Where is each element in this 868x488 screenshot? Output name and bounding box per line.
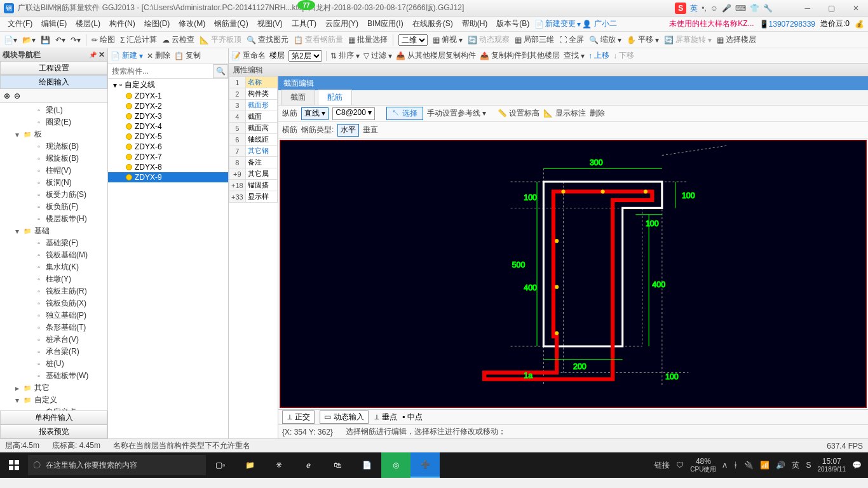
component-tree[interactable]: ▫梁(L)▫圈梁(E)▾📁板▫现浇板(B)▫螺旋板(B)▫柱帽(V)▫板洞(N)… xyxy=(0,103,107,410)
new-file-icon[interactable]: 📄▾ xyxy=(4,36,17,44)
save-icon[interactable]: 💾 xyxy=(41,36,50,44)
tree-item[interactable]: ▫条形基础(T) xyxy=(0,322,107,334)
link-text[interactable]: 链接 xyxy=(654,460,670,471)
list-item[interactable]: ZDYX-9 xyxy=(108,172,228,182)
prop-row[interactable]: 2构件类 xyxy=(229,88,278,100)
tree-item[interactable]: ▫楼层板带(H) xyxy=(0,213,107,225)
new-change-button[interactable]: 📄 新建变更 ▾ xyxy=(534,18,581,29)
collapse-icon[interactable]: ⊖ xyxy=(14,92,20,100)
down-button[interactable]: ↓下移 xyxy=(613,50,634,61)
sogou-icon[interactable]: S xyxy=(675,3,686,14)
tab-rebar[interactable]: 配筋 xyxy=(318,90,352,105)
ime-mic-icon[interactable]: 🎤 xyxy=(722,4,731,13)
close-button[interactable]: ✕ xyxy=(848,3,864,14)
taskbar-search[interactable]: 〇 在这里输入你要搜索的内容 xyxy=(28,455,206,475)
tray-up-icon[interactable]: ʌ xyxy=(722,461,727,470)
tray-ime-icon[interactable]: 英 xyxy=(792,460,799,471)
up-button[interactable]: ↑上移 xyxy=(588,50,609,61)
draw-input-button[interactable]: 绘图输入 xyxy=(0,75,107,89)
tab-section[interactable]: 截面 xyxy=(281,90,315,105)
copy-from-button[interactable]: 📥从其他楼层复制构件 xyxy=(396,50,476,61)
report-preview-button[interactable]: 报表预览 xyxy=(0,424,107,438)
rename-button[interactable]: 📝重命名 xyxy=(231,50,266,61)
tree-item[interactable]: ▫筏板基础(M) xyxy=(0,249,107,261)
list-item[interactable]: ZDYX-3 xyxy=(108,111,228,121)
clock[interactable]: 15:072018/9/11 xyxy=(818,458,846,473)
tree-item[interactable]: ▫桩(U) xyxy=(0,358,107,370)
prop-row[interactable]: 5截面高 xyxy=(229,123,278,134)
ime-lang[interactable]: 英 xyxy=(690,3,698,14)
tray-net-icon[interactable]: 📶 xyxy=(760,461,770,470)
ime-emoji-icon[interactable]: ☺ xyxy=(710,4,718,13)
prop-row[interactable]: 8备注 xyxy=(229,157,278,168)
prop-row[interactable]: +18锚固搭 xyxy=(229,180,278,191)
app-edge-icon[interactable]: ℯ xyxy=(294,452,323,478)
delete-button[interactable]: 删除 xyxy=(590,108,605,119)
prop-row[interactable]: 6轴线距 xyxy=(229,134,278,146)
drawing-canvas[interactable]: 300 100 100 400 500 200 100 400 100 1a xyxy=(280,140,867,408)
horizontal-button[interactable]: 水平 xyxy=(337,124,359,137)
app-store-icon[interactable]: 🛍 xyxy=(323,452,352,478)
tree-item[interactable]: ▾📁板 xyxy=(0,128,107,140)
list-item[interactable]: ZDYX-6 xyxy=(108,142,228,152)
pan-button[interactable]: ✋平移▾ xyxy=(627,34,659,45)
tree-item[interactable]: ▾📁基础 xyxy=(0,225,107,237)
find-button[interactable]: 🔍查找图元 xyxy=(247,34,288,45)
prop-row[interactable]: 3截面形 xyxy=(229,100,278,111)
vertical-button[interactable]: 垂直 xyxy=(363,125,378,135)
vpoint-snap[interactable]: ⊥ 垂点 xyxy=(374,412,397,423)
tree-item[interactable]: ▫筏板主筋(R) xyxy=(0,285,107,297)
expand-icon[interactable]: ⊕ xyxy=(4,92,10,100)
list-item[interactable]: ZDYX-2 xyxy=(108,101,228,111)
list-item[interactable]: ZDYX-5 xyxy=(108,132,228,142)
menu-cloud[interactable]: 云应用(Y) xyxy=(322,17,362,30)
redo-icon[interactable]: ↷▾ xyxy=(71,36,81,44)
topview-button[interactable]: ▦俯视▾ xyxy=(433,34,463,45)
list-item[interactable]: ZDYX-4 xyxy=(108,121,228,132)
menu-rebar[interactable]: 钢筋量(Q) xyxy=(210,17,252,30)
copy-to-button[interactable]: 📤复制构件到其他楼层 xyxy=(480,50,560,61)
menu-bim[interactable]: BIM应用(I) xyxy=(363,17,407,30)
custom-line-tree[interactable]: ▾ ▫ 自定义线 ZDYX-1 ZDYX-2 ZDYX-3 ZDYX-4 ZDY… xyxy=(108,79,228,438)
find2-button[interactable]: 查找▾ xyxy=(564,50,585,61)
maximize-button[interactable]: ▢ xyxy=(823,3,840,14)
menu-component[interactable]: 构件(N) xyxy=(105,17,139,30)
minimize-button[interactable]: ─ xyxy=(799,3,815,14)
menu-view[interactable]: 视图(V) xyxy=(254,17,287,30)
tree-item[interactable]: ▫圈梁(E) xyxy=(0,116,107,128)
zoom-button[interactable]: 🔍缩放▾ xyxy=(589,34,621,45)
menu-draw[interactable]: 绘图(D) xyxy=(140,17,174,30)
steel-button[interactable]: 📋查看钢筋量 xyxy=(294,34,343,45)
fullscreen-button[interactable]: ⛶全屏 xyxy=(559,34,584,45)
tree-item[interactable]: ▫桩承台(V) xyxy=(0,334,107,346)
tree-item[interactable]: ▫板受力筋(S) xyxy=(0,189,107,201)
phone-link[interactable]: 📱13907298339 xyxy=(759,20,815,29)
sort-button[interactable]: ⇅排序▾ xyxy=(330,50,360,61)
open-icon[interactable]: 📂▾ xyxy=(22,36,36,44)
line-select[interactable]: 直线 ▾ xyxy=(301,107,329,120)
start-button[interactable] xyxy=(0,452,28,478)
tray-vol-icon[interactable]: 🔊 xyxy=(776,461,785,470)
beans-icon[interactable]: 💰 xyxy=(855,20,864,29)
app-wps-icon[interactable]: 📄 xyxy=(352,452,381,478)
search-input[interactable] xyxy=(108,64,213,78)
list-item[interactable]: ZDYX-8 xyxy=(108,162,228,172)
tray-power-icon[interactable]: 🔌 xyxy=(744,461,754,470)
app-blue-icon[interactable]: ◎ xyxy=(381,452,410,478)
prop-row[interactable]: 4截面 xyxy=(229,111,278,123)
rotate-button[interactable]: 🔄屏幕旋转▾ xyxy=(664,34,712,45)
prop-row[interactable]: 7其它钢 xyxy=(229,146,278,157)
prop-row[interactable]: +33显示样 xyxy=(229,191,278,203)
ime-keyboard-icon[interactable]: ⌨ xyxy=(735,4,746,13)
tree-item[interactable]: ▾📁自定义 xyxy=(0,394,107,406)
set-mark-button[interactable]: 📏 设置标高 xyxy=(498,108,539,119)
local3d-button[interactable]: ▦局部三维 xyxy=(515,34,554,45)
tree-item[interactable]: ▫板洞(N) xyxy=(0,177,107,189)
prop-row[interactable]: +9其它属 xyxy=(229,168,278,180)
taskview-icon[interactable]: ▢▫ xyxy=(206,452,235,478)
filter-button[interactable]: ▽过滤▾ xyxy=(363,50,392,61)
tray-bt-icon[interactable]: ᚼ xyxy=(733,461,738,470)
level-select[interactable]: 第2层 xyxy=(288,50,322,62)
spec-select[interactable]: C8@200 ▾ xyxy=(332,107,375,120)
notification-badge[interactable]: 77 xyxy=(297,0,315,10)
